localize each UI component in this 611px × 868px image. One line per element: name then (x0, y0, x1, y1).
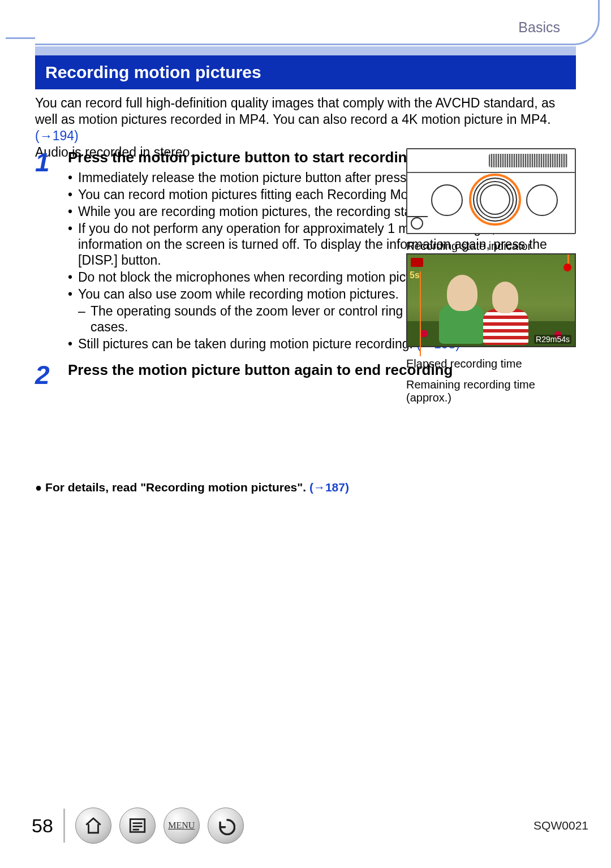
menu-button[interactable]: MENU (163, 807, 200, 844)
ref-link-187[interactable]: (→187) (309, 481, 349, 494)
manual-page: Basics Recording motion pictures You can… (0, 0, 611, 868)
title-bar: Recording motion pictures (35, 55, 576, 89)
content-area: 1 Press the motion picture button to sta… (35, 148, 576, 394)
section-name: Basics (518, 19, 560, 36)
bullet-icon: ● (35, 481, 42, 494)
elapsed-time-value: 5s (410, 270, 420, 280)
back-button[interactable] (208, 807, 244, 844)
figure-camera-top: Recording state indicator (406, 148, 576, 256)
home-icon (84, 816, 103, 835)
figure-label-remaining: Remaining recording time (approx.) (406, 378, 576, 404)
step-number: 1 (35, 148, 68, 353)
bullet-text: Do not block the microphones when record… (78, 269, 438, 285)
bullet-text: Immediately release the motion picture b… (78, 170, 437, 185)
page-number: 58 (32, 815, 53, 837)
bullet-text: Still pictures can be taken during motio… (78, 336, 416, 351)
details-note: ●For details, read "Recording motion pic… (35, 481, 349, 494)
figure-screen: 5s R29m54s Elapsed recording time Remain… (406, 253, 576, 408)
contents-button[interactable] (119, 807, 156, 844)
document-id: SQW0021 (533, 819, 588, 832)
figure-label-rec-state: Recording state indicator (406, 240, 576, 253)
menu-label: MENU (168, 821, 195, 831)
bullet-text: You can also use zoom while recording mo… (78, 286, 399, 302)
footer: 58 MENU SQW0021 (32, 806, 588, 845)
remaining-time-value: R29m54s (534, 335, 571, 344)
motion-button-highlight-icon (469, 174, 521, 226)
contents-icon (128, 816, 147, 835)
page-title: Recording motion pictures (45, 63, 261, 82)
bullet-text: You can record motion pictures fitting e… (78, 187, 426, 202)
home-button[interactable] (75, 807, 111, 844)
movie-icon (411, 258, 423, 267)
back-icon (216, 816, 235, 835)
intro-text-1: You can record full high-definition qual… (35, 96, 555, 127)
lcd-screen-illustration: 5s R29m54s (406, 253, 576, 347)
divider (63, 809, 65, 843)
step-number: 2 (35, 361, 68, 388)
figure-label-elapsed: Elapsed recording time (406, 357, 576, 370)
title-accent (35, 46, 576, 55)
camera-top-illustration (406, 148, 576, 234)
header-border: Basics (6, 0, 600, 40)
ref-link-194[interactable]: (→194) (35, 128, 79, 143)
details-text: For details, read "Recording motion pict… (45, 481, 309, 494)
